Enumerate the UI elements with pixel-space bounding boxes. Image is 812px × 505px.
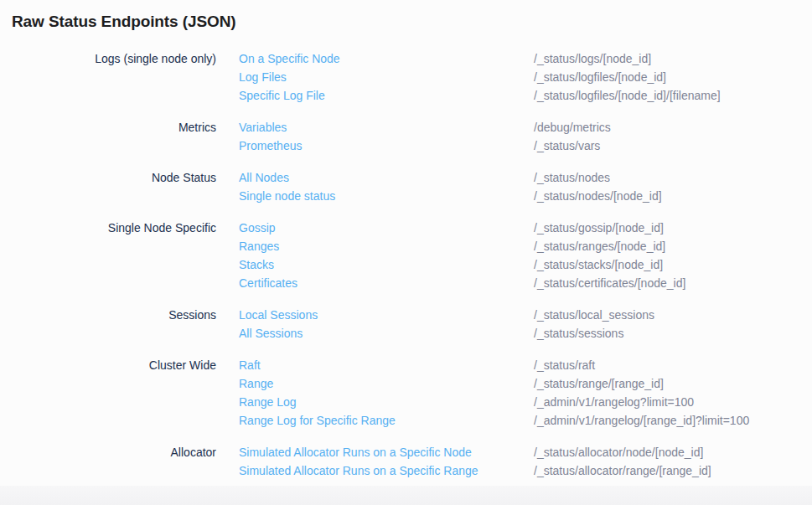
endpoint-group: Node StatusAll Nodes/_status/nodesSingle… — [0, 168, 812, 205]
endpoint-link[interactable]: Certificates — [239, 274, 534, 292]
bottom-strip — [0, 486, 812, 505]
endpoint-path: /_status/stacks/[node_id] — [534, 255, 663, 274]
endpoint-link[interactable]: All Sessions — [239, 324, 534, 343]
endpoint-rows: Raft/_status/raftRange/_status/range/[ra… — [239, 356, 749, 430]
endpoint-row: Prometheus/_status/vars — [239, 137, 611, 155]
endpoint-group: SessionsLocal Sessions/_status/local_ses… — [0, 306, 812, 343]
endpoint-row: Single node status/_status/nodes/[node_i… — [239, 187, 662, 205]
endpoints-table: Logs (single node only)On a Specific Nod… — [0, 49, 812, 480]
endpoint-row: Simulated Allocator Runs on a Specific R… — [239, 461, 711, 480]
endpoint-path: /_admin/v1/rangelog?limit=100 — [534, 393, 694, 411]
endpoint-link[interactable]: Range Log for Specific Range — [239, 411, 534, 430]
endpoint-path: /_status/logfiles/[node_id]/[filename] — [534, 86, 721, 105]
category-label: Metrics — [0, 118, 216, 137]
endpoint-row: Range/_status/range/[range_id] — [239, 374, 749, 393]
endpoint-link[interactable]: Local Sessions — [239, 306, 534, 324]
endpoint-link[interactable]: On a Specific Node — [239, 49, 534, 68]
endpoint-path: /debug/metrics — [534, 118, 611, 137]
endpoint-link[interactable]: Variables — [239, 118, 534, 137]
page-title: Raw Status Endpoints (JSON) — [12, 13, 812, 31]
endpoint-rows: Variables/debug/metricsPrometheus/_statu… — [239, 118, 611, 155]
endpoint-path: /_status/local_sessions — [534, 306, 654, 324]
endpoint-group: Logs (single node only)On a Specific Nod… — [0, 49, 812, 105]
endpoint-rows: Gossip/_status/gossip/[node_id]Ranges/_s… — [239, 219, 685, 292]
endpoint-row: Log Files/_status/logfiles/[node_id] — [239, 68, 721, 86]
endpoint-row: All Sessions/_status/sessions — [239, 324, 654, 343]
endpoint-row: Local Sessions/_status/local_sessions — [239, 306, 654, 324]
endpoint-path: /_status/nodes — [534, 168, 610, 187]
endpoint-link[interactable]: Stacks — [239, 255, 534, 274]
endpoint-link[interactable]: Simulated Allocator Runs on a Specific R… — [239, 461, 534, 480]
category-label: Allocator — [0, 443, 216, 461]
endpoint-row: Gossip/_status/gossip/[node_id] — [239, 219, 685, 237]
endpoint-path: /_status/sessions — [534, 324, 623, 343]
endpoint-path: /_status/gossip/[node_id] — [534, 219, 664, 237]
endpoint-link[interactable]: All Nodes — [239, 168, 534, 187]
endpoint-row: Ranges/_status/ranges/[node_id] — [239, 237, 685, 255]
endpoint-row: Range Log for Specific Range/_admin/v1/r… — [239, 411, 749, 430]
endpoint-path: /_status/allocator/range/[range_id] — [534, 461, 711, 480]
endpoint-row: Variables/debug/metrics — [239, 118, 611, 137]
category-label: Single Node Specific — [0, 219, 216, 237]
endpoint-link[interactable]: Single node status — [239, 187, 534, 205]
endpoint-path: /_status/raft — [534, 356, 595, 374]
endpoint-link[interactable]: Range Log — [239, 393, 534, 411]
endpoint-path: /_status/certificates/[node_id] — [534, 274, 685, 292]
endpoint-row: Raft/_status/raft — [239, 356, 749, 374]
endpoint-path: /_status/nodes/[node_id] — [534, 187, 662, 205]
endpoint-link[interactable]: Range — [239, 374, 534, 393]
endpoint-group: Cluster WideRaft/_status/raftRange/_stat… — [0, 356, 812, 430]
endpoint-link[interactable]: Log Files — [239, 68, 534, 86]
endpoint-link[interactable]: Ranges — [239, 237, 534, 255]
endpoint-path: /_status/logfiles/[node_id] — [534, 68, 666, 86]
endpoint-group: Single Node SpecificGossip/_status/gossi… — [0, 219, 812, 292]
endpoint-row: Certificates/_status/certificates/[node_… — [239, 274, 685, 292]
endpoint-rows: All Nodes/_status/nodesSingle node statu… — [239, 168, 662, 205]
endpoint-link[interactable]: Gossip — [239, 219, 534, 237]
endpoint-path: /_status/logs/[node_id] — [534, 49, 651, 68]
endpoint-row: Specific Log File/_status/logfiles/[node… — [239, 86, 721, 105]
endpoint-row: Stacks/_status/stacks/[node_id] — [239, 255, 685, 274]
endpoint-group: AllocatorSimulated Allocator Runs on a S… — [0, 443, 812, 480]
endpoint-path: /_admin/v1/rangelog/[range_id]?limit=100 — [534, 411, 749, 430]
endpoint-link[interactable]: Simulated Allocator Runs on a Specific N… — [239, 443, 534, 461]
endpoint-path: /_status/ranges/[node_id] — [534, 237, 665, 255]
endpoint-group: MetricsVariables/debug/metricsPrometheus… — [0, 118, 812, 155]
endpoint-path: /_status/allocator/node/[node_id] — [534, 443, 703, 461]
category-label: Sessions — [0, 306, 216, 324]
endpoint-rows: On a Specific Node/_status/logs/[node_id… — [239, 49, 721, 105]
category-label: Cluster Wide — [0, 356, 216, 374]
endpoint-path: /_status/range/[range_id] — [534, 374, 664, 393]
endpoint-row: On a Specific Node/_status/logs/[node_id… — [239, 49, 721, 68]
endpoint-rows: Simulated Allocator Runs on a Specific N… — [239, 443, 711, 480]
endpoint-link[interactable]: Raft — [239, 356, 534, 374]
endpoint-row: Simulated Allocator Runs on a Specific N… — [239, 443, 711, 461]
endpoint-link[interactable]: Specific Log File — [239, 86, 534, 105]
category-label: Node Status — [0, 168, 216, 187]
endpoint-row: All Nodes/_status/nodes — [239, 168, 662, 187]
endpoint-link[interactable]: Prometheus — [239, 137, 534, 155]
endpoint-row: Range Log/_admin/v1/rangelog?limit=100 — [239, 393, 749, 411]
category-label: Logs (single node only) — [0, 49, 216, 68]
endpoint-path: /_status/vars — [534, 137, 600, 155]
endpoint-rows: Local Sessions/_status/local_sessionsAll… — [239, 306, 654, 343]
